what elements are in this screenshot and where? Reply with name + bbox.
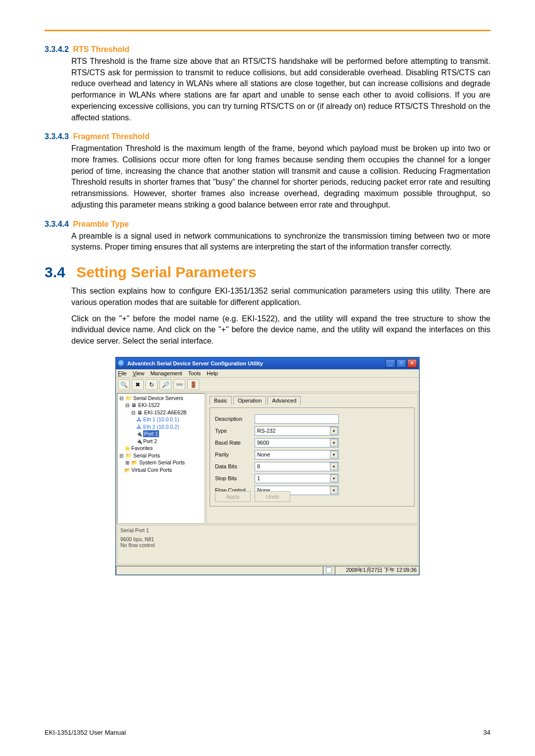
tab-advanced[interactable]: Advanced bbox=[268, 396, 301, 404]
body-paragraph: This section explains how to configure E… bbox=[71, 286, 490, 308]
heading-number: 3.3.4.2 bbox=[45, 45, 69, 53]
tree-root-serial-ports[interactable]: Serial Ports bbox=[133, 453, 160, 458]
info-line3: No flow control bbox=[120, 542, 415, 548]
tree-collapse-icon[interactable]: ⊟ bbox=[124, 402, 130, 409]
section-fragment-threshold: 3.3.4.3 Fragment Threshold Fragmentation… bbox=[45, 132, 490, 210]
statusbar: 2008年1月27日 下午 12:09:36 bbox=[116, 565, 419, 575]
menubar: File View Management Tools Help bbox=[116, 369, 419, 378]
dropdown-arrow-icon[interactable]: ▾ bbox=[330, 486, 338, 494]
info-line2: 9600 bps, N81 bbox=[120, 536, 415, 542]
select-data-bits[interactable]: 8▾ bbox=[255, 462, 339, 471]
heading-title: RTS Threshold bbox=[73, 45, 129, 53]
section-setting-serial-parameters: 3.4 Setting Serial Parameters bbox=[45, 264, 490, 281]
heading2-title: Setting Serial Parameters bbox=[76, 264, 257, 280]
heading-title: Fragment Threshold bbox=[73, 132, 150, 141]
dropdown-arrow-icon[interactable]: ▾ bbox=[330, 474, 338, 482]
dropdown-arrow-icon[interactable]: ▾ bbox=[330, 427, 338, 435]
nic-icon: 🖧 bbox=[136, 424, 142, 431]
menu-view[interactable]: View bbox=[133, 370, 145, 376]
label-baud-rate: Baud Rate bbox=[215, 440, 255, 446]
maximize-button[interactable]: □ bbox=[396, 359, 406, 368]
heading-number: 3.3.4.4 bbox=[45, 220, 69, 228]
select-stop-bits[interactable]: 1▾ bbox=[255, 474, 339, 483]
apply-button[interactable]: Apply bbox=[215, 491, 251, 502]
toolbar: 🔍 ✖ ↻ 🔎 👓 🚪 bbox=[116, 378, 419, 392]
footer-page-number: 34 bbox=[483, 729, 490, 736]
window-title: Advantech Serial Device Server Configura… bbox=[127, 360, 385, 366]
status-datetime: 2008年1月27日 下午 12:09:36 bbox=[335, 566, 419, 575]
tree-root-serial-device-servers[interactable]: Serial Device Servers bbox=[133, 395, 183, 401]
tree-favorites[interactable]: Favorites bbox=[131, 445, 153, 451]
menu-file[interactable]: File bbox=[118, 370, 127, 376]
label-stop-bits: Stop Bits bbox=[215, 475, 255, 481]
app-icon bbox=[118, 360, 125, 367]
label-data-bits: Data Bits bbox=[215, 463, 255, 469]
label-parity: Parity bbox=[215, 452, 255, 457]
heading2-number: 3.4 bbox=[45, 264, 65, 280]
dropdown-arrow-icon[interactable]: ▾ bbox=[330, 462, 338, 470]
menu-management[interactable]: Management bbox=[150, 370, 182, 376]
minimize-button[interactable]: _ bbox=[385, 359, 395, 368]
dropdown-arrow-icon[interactable]: ▾ bbox=[330, 439, 338, 447]
status-checkbox[interactable] bbox=[323, 566, 335, 575]
toolbar-search-icon[interactable]: 🔎 bbox=[160, 379, 171, 390]
body-paragraph: Fragmentation Threshold is the maximum l… bbox=[71, 143, 490, 210]
folder-icon: 📂 bbox=[124, 467, 130, 474]
select-parity[interactable]: None▾ bbox=[255, 450, 339, 459]
tab-basic[interactable]: Basic bbox=[210, 396, 232, 405]
label-type: Type bbox=[215, 428, 255, 434]
toolbar-clear-icon[interactable]: ✖ bbox=[132, 379, 144, 390]
input-description[interactable] bbox=[255, 414, 339, 424]
close-button[interactable]: × bbox=[407, 359, 417, 368]
tree-port1-selected[interactable]: Port 1 bbox=[143, 430, 159, 437]
top-rule bbox=[45, 30, 490, 31]
section-preamble-type: 3.3.4.4 Preamble Type A preamble is a si… bbox=[45, 220, 490, 253]
menu-help[interactable]: Help bbox=[207, 370, 218, 376]
toolbar-binoculars-icon[interactable]: 👓 bbox=[173, 379, 185, 390]
menu-tools[interactable]: Tools bbox=[188, 370, 201, 376]
tree-model[interactable]: EKI-1522 bbox=[138, 402, 160, 408]
port-icon: 🔌 bbox=[136, 438, 142, 445]
tree-eth2[interactable]: Eth 2 (10.0.0.2) bbox=[143, 424, 179, 430]
info-pane: Serial Port 1 9600 bps, N81 No flow cont… bbox=[117, 525, 418, 564]
body-paragraph: A preamble is a signal used in network c… bbox=[71, 231, 490, 253]
tree-expand-icon[interactable]: ⊞ bbox=[124, 459, 130, 466]
toolbar-refresh-icon[interactable]: ↻ bbox=[146, 379, 158, 390]
titlebar[interactable]: Advantech Serial Device Server Configura… bbox=[116, 357, 419, 369]
tab-basic-body: Description Type RS-232▾ Baud Rate 9600▾… bbox=[210, 407, 415, 506]
select-baud-rate[interactable]: 9600▾ bbox=[255, 438, 339, 448]
tree-port2[interactable]: Port 2 bbox=[143, 438, 157, 444]
tree-collapse-icon[interactable]: ⊟ bbox=[130, 409, 136, 416]
page-footer: EKI-1351/1352 User Manual 34 bbox=[45, 729, 490, 736]
tree-eth1[interactable]: Eth 1 (10.0.0.1) bbox=[143, 416, 179, 422]
tab-operation[interactable]: Operation bbox=[233, 396, 266, 404]
label-description: Description bbox=[215, 416, 255, 422]
toolbar-exit-icon[interactable]: 🚪 bbox=[187, 379, 199, 390]
select-type[interactable]: RS-232▾ bbox=[255, 426, 339, 436]
config-utility-window: Advantech Serial Device Server Configura… bbox=[115, 357, 420, 575]
dropdown-arrow-icon[interactable]: ▾ bbox=[330, 451, 338, 458]
tree-system-serial-ports[interactable]: System Serial Ports bbox=[139, 459, 185, 465]
tree-virtual-com-ports[interactable]: Virtual Com Ports bbox=[131, 467, 172, 473]
body-paragraph: RTS Threshold is the frame size above th… bbox=[71, 56, 490, 123]
properties-pane: Basic Operation Advanced Description Typ… bbox=[206, 393, 418, 524]
tree-device[interactable]: EKI-1522-A6E62B bbox=[144, 409, 187, 415]
favorites-icon: ⭐ bbox=[124, 445, 130, 452]
undo-button[interactable]: Undo bbox=[255, 491, 290, 502]
section-rts-threshold: 3.3.4.2 RTS Threshold RTS Threshold is t… bbox=[45, 45, 490, 123]
footer-manual-title: EKI-1351/1352 User Manual bbox=[45, 729, 483, 736]
tree-collapse-icon[interactable]: ⊟ bbox=[118, 453, 124, 459]
device-tree[interactable]: ⊟📁 Serial Device Servers ⊟🖥 EKI-1522 ⊟🖥 … bbox=[117, 393, 205, 524]
toolbar-search-devices-icon[interactable]: 🔍 bbox=[118, 379, 130, 390]
tree-collapse-icon[interactable]: ⊟ bbox=[118, 395, 124, 402]
port-icon: 🔌 bbox=[136, 431, 142, 438]
nic-icon: 🖧 bbox=[136, 416, 142, 423]
heading-number: 3.3.4.3 bbox=[45, 132, 69, 141]
info-line1: Serial Port 1 bbox=[120, 527, 415, 533]
body-paragraph: Click on the "+" before the model name (… bbox=[71, 313, 490, 347]
heading-title: Preamble Type bbox=[73, 220, 129, 228]
